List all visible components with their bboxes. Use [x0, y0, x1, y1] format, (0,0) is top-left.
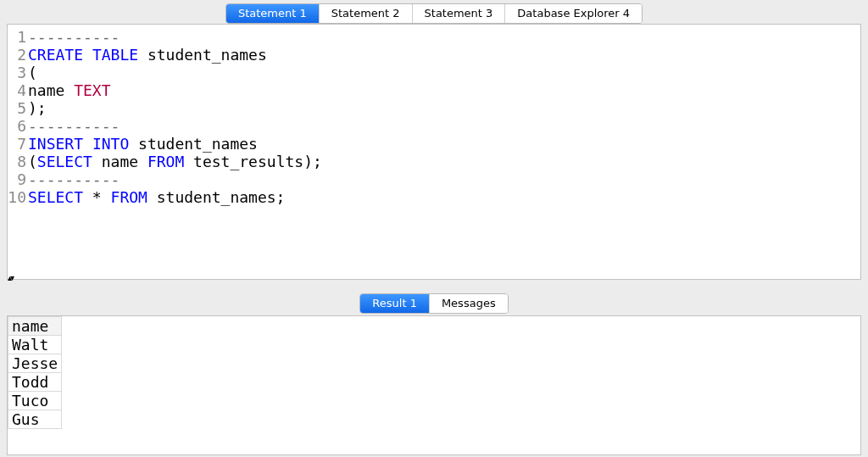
token-kw: TABLE [92, 46, 138, 64]
token-plain: ); [28, 99, 47, 117]
results-table[interactable]: nameWaltJesseToddTucoGus [8, 316, 62, 429]
top-tab-1[interactable]: Statement 2 [320, 4, 413, 23]
app-root: Statement 1Statement 2Statement 3Databas… [0, 0, 868, 457]
column-header[interactable]: name [8, 317, 62, 336]
token-plain: student_names; [147, 188, 286, 206]
token-plain: student_names [138, 46, 267, 64]
line-number: 8 [8, 153, 26, 170]
code-line[interactable]: (SELECT name FROM test_results); [28, 153, 322, 170]
token-plain [83, 135, 92, 153]
code-line[interactable]: ---------- [28, 170, 322, 188]
token-kw: CREATE [28, 46, 83, 64]
splitter-handle-icon[interactable]: ▴▾ [8, 275, 13, 281]
token-comment: ---------- [28, 28, 120, 46]
editor-gutter: 12345678910 [8, 25, 28, 206]
table-cell[interactable]: Todd [8, 373, 62, 392]
token-plain: name [92, 153, 147, 170]
result-tab-bar: Result 1Messages [0, 292, 868, 315]
editor-code-area[interactable]: ----------CREATE TABLE student_names(nam… [28, 25, 322, 206]
table-cell[interactable]: Gus [8, 410, 62, 429]
token-plain [83, 46, 92, 64]
line-number: 9 [8, 170, 26, 188]
table-cell[interactable]: Walt [8, 336, 62, 354]
code-line[interactable]: ); [28, 99, 322, 117]
token-plain: test_results); [184, 153, 322, 170]
table-row[interactable]: Gus [8, 410, 62, 429]
top-tab-3[interactable]: Database Explorer 4 [505, 4, 642, 23]
token-kw: INTO [92, 135, 129, 153]
line-number: 7 [8, 135, 26, 153]
sql-editor[interactable]: 12345678910 ----------CREATE TABLE stude… [8, 25, 860, 206]
code-line[interactable]: INSERT INTO student_names [28, 135, 322, 153]
result-tab-0[interactable]: Result 1 [360, 294, 430, 313]
table-cell[interactable]: Tuco [8, 392, 62, 410]
line-number: 4 [8, 81, 26, 99]
result-tab-group: Result 1Messages [359, 293, 508, 314]
table-row[interactable]: Tuco [8, 392, 62, 410]
line-number: 2 [8, 46, 26, 64]
code-line[interactable]: name TEXT [28, 81, 322, 99]
line-number: 1 [8, 28, 26, 46]
token-plain: name [28, 81, 74, 99]
table-row[interactable]: Walt [8, 336, 62, 354]
line-number: 6 [8, 117, 26, 135]
token-type: TEXT [74, 81, 110, 99]
token-plain: student_names [129, 135, 258, 153]
top-tab-2[interactable]: Statement 3 [413, 4, 506, 23]
result-tab-1[interactable]: Messages [430, 294, 508, 313]
code-line[interactable]: CREATE TABLE student_names [28, 46, 322, 64]
token-kw: SELECT [28, 188, 83, 206]
top-tab-group: Statement 1Statement 2Statement 3Databas… [225, 3, 643, 24]
token-plain: ( [28, 153, 37, 170]
token-comment: ---------- [28, 170, 120, 188]
sql-editor-frame: 12345678910 ----------CREATE TABLE stude… [7, 24, 861, 280]
table-row[interactable]: Jesse [8, 354, 62, 373]
token-kw: INSERT [28, 135, 83, 153]
table-cell[interactable]: Jesse [8, 354, 62, 373]
code-line[interactable]: SELECT * FROM student_names; [28, 188, 322, 206]
token-plain: ( [28, 64, 37, 81]
token-plain: * [83, 188, 111, 206]
line-number: 5 [8, 99, 26, 117]
code-line[interactable]: ( [28, 64, 322, 81]
token-kw: FROM [111, 188, 147, 206]
top-tab-bar: Statement 1Statement 2Statement 3Databas… [0, 0, 868, 24]
results-frame: nameWaltJesseToddTucoGus [7, 315, 861, 455]
line-number: 3 [8, 64, 26, 81]
token-comment: ---------- [28, 117, 120, 135]
table-header-row: name [8, 317, 62, 336]
token-kw: FROM [147, 153, 184, 170]
code-line[interactable]: ---------- [28, 28, 322, 46]
top-tab-0[interactable]: Statement 1 [226, 4, 320, 23]
code-line[interactable]: ---------- [28, 117, 322, 135]
line-number: 10 [8, 188, 26, 206]
table-row[interactable]: Todd [8, 373, 62, 392]
token-kw: SELECT [37, 153, 92, 170]
